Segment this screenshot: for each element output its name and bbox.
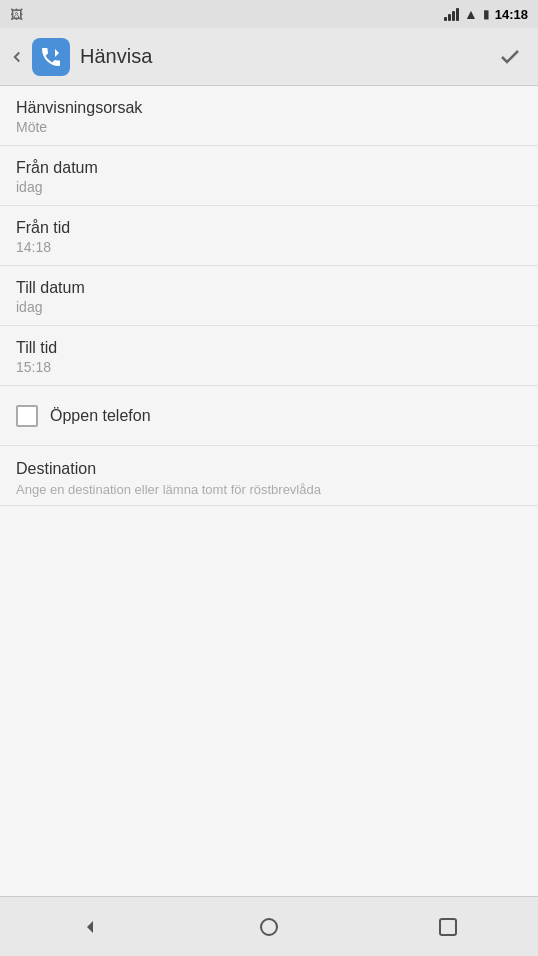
image-icon: 🖼	[10, 7, 23, 22]
till-tid-subtitle: 15:18	[16, 359, 522, 375]
svg-point-1	[261, 919, 277, 935]
content-area: Hänvisningsorsak Möte Från datum idag Fr…	[0, 86, 538, 896]
till-datum-subtitle: idag	[16, 299, 522, 315]
till-datum-title: Till datum	[16, 279, 522, 297]
nav-back-button[interactable]	[60, 897, 120, 957]
fran-tid-subtitle: 14:18	[16, 239, 522, 255]
oppen-telefon-label: Öppen telefon	[50, 407, 151, 425]
app-icon	[32, 38, 70, 76]
status-icons: ▲ ▮ 14:18	[444, 6, 528, 22]
hanvisningsorsak-title: Hänvisningsorsak	[16, 99, 522, 117]
back-button[interactable]	[8, 48, 26, 66]
wifi-icon: ▲	[464, 6, 478, 22]
app-title: Hänvisa	[80, 45, 490, 68]
list-item-fran-datum[interactable]: Från datum idag	[0, 146, 538, 206]
list-item-till-datum[interactable]: Till datum idag	[0, 266, 538, 326]
destination-title: Destination	[16, 460, 522, 478]
hanvisningsorsak-subtitle: Möte	[16, 119, 522, 135]
svg-marker-0	[87, 921, 93, 933]
battery-icon: ▮	[483, 7, 490, 21]
fran-datum-subtitle: idag	[16, 179, 522, 195]
svg-rect-2	[440, 919, 456, 935]
oppen-telefon-checkbox[interactable]	[16, 405, 38, 427]
fran-datum-title: Från datum	[16, 159, 522, 177]
status-time: 14:18	[495, 7, 528, 22]
nav-home-button[interactable]	[239, 897, 299, 957]
app-bar: Hänvisa	[0, 28, 538, 86]
destination-hint: Ange en destination eller lämna tomt för…	[16, 482, 522, 497]
nav-bar	[0, 896, 538, 956]
oppen-telefon-item[interactable]: Öppen telefon	[0, 386, 538, 446]
fran-tid-title: Från tid	[16, 219, 522, 237]
list-item-fran-tid[interactable]: Från tid 14:18	[0, 206, 538, 266]
status-bar: 🖼 ▲ ▮ 14:18	[0, 0, 538, 28]
check-button[interactable]	[490, 37, 530, 77]
list-item-till-tid[interactable]: Till tid 15:18	[0, 326, 538, 386]
signal-icon	[444, 7, 459, 21]
list-item-hanvisningsorsak[interactable]: Hänvisningsorsak Möte	[0, 86, 538, 146]
status-bar-left: 🖼	[10, 7, 438, 22]
destination-section[interactable]: Destination Ange en destination eller lä…	[0, 446, 538, 506]
nav-recents-button[interactable]	[418, 897, 478, 957]
till-tid-title: Till tid	[16, 339, 522, 357]
